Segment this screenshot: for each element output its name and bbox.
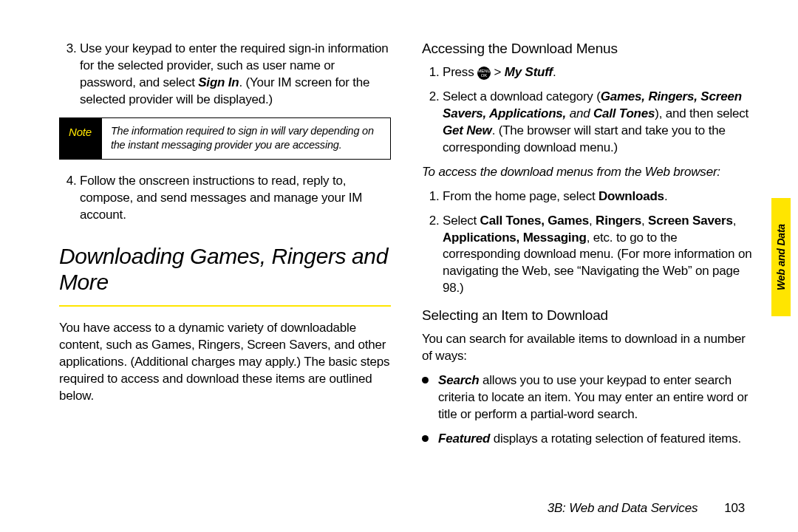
access-s1-gt: >: [491, 65, 505, 79]
web-s2-t1: ,: [589, 214, 596, 228]
note-body: The information required to sign in will…: [102, 118, 390, 159]
web-s2-b3: Screen Savers: [648, 214, 733, 228]
search-lead: Search: [438, 373, 480, 387]
manual-page: Use your keypad to enter the required si…: [0, 0, 798, 532]
access-s1-pre: Press: [443, 65, 477, 79]
access-s2-pre: Select a download category (: [443, 89, 601, 103]
web-step-2: Select Call Tones, Games, Ringers, Scree…: [443, 213, 754, 298]
web-s1-post: .: [664, 189, 668, 203]
web-s2-b4: Applications, Messaging: [443, 231, 587, 245]
web-steps: From the home page, select Downloads. Se…: [422, 188, 754, 298]
left-column: Use your keypad to enter the required si…: [59, 41, 391, 455]
note-label: Note: [60, 118, 102, 159]
subhead-selecting: Selecting an Item to Download: [422, 307, 754, 324]
web-step-1: From the home page, select Downloads.: [443, 188, 754, 205]
im-steps-continued: Use your keypad to enter the required si…: [59, 41, 391, 109]
bullet-search: Search allows you to use your keypad to …: [422, 372, 754, 423]
section-heading: Downloading Games, Ringers and More: [59, 243, 391, 296]
featured-rest: displays a rotating selection of feature…: [490, 432, 741, 446]
web-s2-b2: Ringers: [596, 214, 641, 228]
access-steps: Press MENUOK > My Stuff. Select a downlo…: [422, 64, 754, 157]
menu-ok-icon: MENUOK: [477, 66, 491, 80]
footer-section: 3B: Web and Data Services: [548, 501, 698, 515]
download-options: Search allows you to use your keypad to …: [422, 372, 754, 448]
right-column: Accessing the Download Menus Press MENUO…: [422, 41, 754, 455]
bullet-featured: Featured displays a rotating selection o…: [422, 431, 754, 448]
my-stuff-label: My Stuff: [505, 65, 553, 79]
web-s1-pre: From the home page, select: [443, 189, 598, 203]
footer-page-number: 103: [724, 501, 745, 515]
web-s2-t3: ,: [733, 214, 737, 228]
search-rest: allows you to use your keypad to enter s…: [438, 373, 748, 421]
select-intro: You can search for available items to do…: [422, 331, 754, 365]
access-s2-and: and: [566, 106, 593, 120]
im-steps-continued-2: Follow the onscreen instructions to read…: [59, 173, 391, 224]
web-s2-b1: Call Tones, Games: [480, 214, 589, 228]
step-3: Use your keypad to enter the required si…: [80, 41, 391, 109]
note-box: Note The information required to sign in…: [59, 117, 391, 160]
web-s2-t2: ,: [641, 214, 648, 228]
access-s2-mid1: ), and then select: [655, 106, 748, 120]
access-s1-post: .: [553, 65, 556, 79]
access-step-2: Select a download category (Games, Ringe…: [443, 89, 754, 157]
access-s2-calltones: Call Tones: [593, 106, 655, 120]
page-footer: 3B: Web and Data Services103: [548, 501, 745, 516]
intro-paragraph: You have access to a dynamic variety of …: [59, 320, 391, 405]
side-tab-label: Web and Data: [775, 224, 787, 290]
get-new-label: Get New: [443, 123, 492, 137]
featured-lead: Featured: [438, 432, 490, 446]
web-s2-pre: Select: [443, 214, 480, 228]
yellow-rule: [59, 305, 391, 307]
step-4: Follow the onscreen instructions to read…: [80, 173, 391, 224]
two-column-layout: Use your keypad to enter the required si…: [59, 41, 754, 455]
subhead-accessing: Accessing the Download Menus: [422, 41, 754, 57]
side-tab: Web and Data: [771, 198, 791, 316]
web-intro: To access the download menus from the We…: [422, 164, 754, 181]
downloads-label: Downloads: [598, 189, 664, 203]
sign-in-label: Sign In: [198, 75, 239, 89]
access-step-1: Press MENUOK > My Stuff.: [443, 64, 754, 81]
